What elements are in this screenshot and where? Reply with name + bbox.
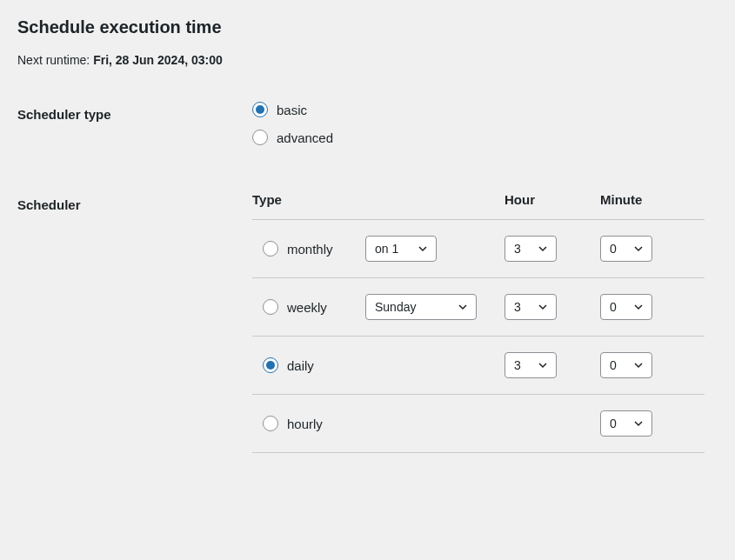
radio-label-weekly: weekly (287, 300, 357, 315)
radio-label-advanced: advanced (277, 130, 333, 145)
chevron-down-icon (538, 361, 547, 370)
scheduler-row-daily: daily 3 0 (252, 337, 705, 395)
next-runtime-value: Fri, 28 Jun 2024, 03:00 (93, 53, 223, 67)
radio-hourly[interactable] (263, 416, 278, 431)
scheduler-row-hourly: hourly 0 (252, 395, 705, 453)
radio-label-daily: daily (287, 358, 357, 373)
select-value: 0 (610, 358, 617, 372)
radio-weekly[interactable] (263, 299, 278, 315)
next-runtime-label: Next runtime: (17, 53, 93, 67)
section-title: Schedule execution time (17, 17, 718, 37)
select-value: 3 (514, 242, 521, 256)
select-daily-minute[interactable]: 0 (600, 352, 652, 378)
header-minute: Minute (600, 192, 696, 207)
chevron-down-icon (634, 361, 643, 370)
select-daily-hour[interactable]: 3 (504, 352, 557, 378)
header-hour: Hour (504, 192, 600, 207)
select-hourly-minute[interactable]: 0 (600, 410, 652, 437)
radio-label-hourly: hourly (287, 417, 357, 431)
select-value: 3 (514, 300, 521, 314)
scheduler-table-header: Type Hour Minute (252, 192, 705, 220)
select-value: 0 (610, 417, 617, 430)
chevron-down-icon (634, 244, 643, 253)
select-monthly-hour[interactable]: 3 (504, 236, 557, 262)
select-monthly-minute[interactable]: 0 (600, 236, 652, 262)
radio-icon[interactable] (252, 130, 268, 145)
select-monthly-day[interactable]: on 1 (365, 236, 437, 262)
select-value: 0 (610, 300, 617, 314)
radio-label-monthly: monthly (287, 242, 357, 257)
select-weekly-day[interactable]: Sunday (365, 294, 477, 320)
scheduler-type-advanced[interactable]: advanced (252, 130, 718, 145)
select-value: 3 (514, 358, 521, 372)
next-runtime-text: Next runtime: Fri, 28 Jun 2024, 03:00 (17, 53, 718, 67)
chevron-down-icon (418, 244, 427, 253)
header-type: Type (252, 192, 504, 207)
select-weekly-minute[interactable]: 0 (600, 294, 652, 320)
radio-daily[interactable] (263, 357, 278, 373)
scheduler-row-monthly: monthly on 1 3 0 (252, 220, 705, 278)
scheduler-type-label: Scheduler type (17, 102, 252, 122)
chevron-down-icon (634, 303, 643, 311)
radio-label-basic: basic (277, 103, 307, 117)
radio-monthly[interactable] (263, 241, 278, 257)
scheduler-type-basic[interactable]: basic (252, 102, 718, 117)
chevron-down-icon (538, 244, 547, 253)
select-value: 0 (610, 242, 617, 256)
chevron-down-icon (458, 303, 467, 311)
scheduler-label: Scheduler (17, 192, 252, 212)
select-value: on 1 (375, 242, 398, 256)
radio-icon[interactable] (252, 102, 268, 117)
scheduler-row-weekly: weekly Sunday 3 0 (252, 278, 705, 337)
chevron-down-icon (634, 419, 643, 428)
chevron-down-icon (538, 303, 547, 311)
select-value: Sunday (375, 300, 416, 314)
select-weekly-hour[interactable]: 3 (504, 294, 557, 320)
